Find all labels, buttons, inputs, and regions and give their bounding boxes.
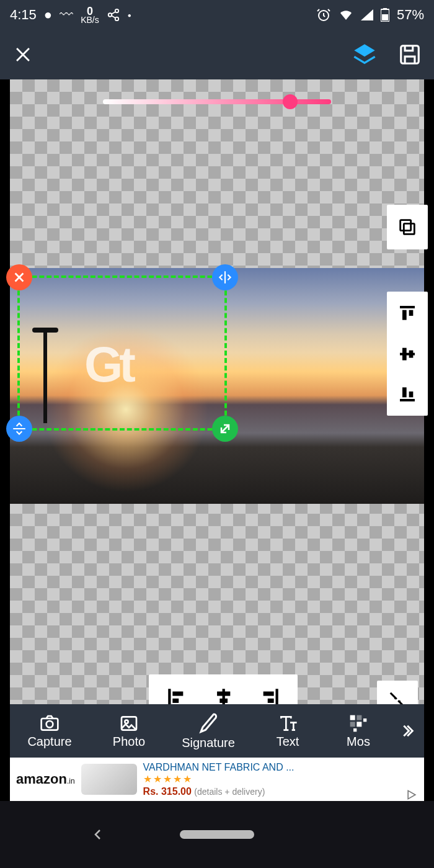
toolbar-more[interactable] <box>389 722 424 740</box>
share-icon <box>107 8 120 22</box>
ad-product-image <box>81 764 137 795</box>
resize-handle[interactable] <box>212 416 238 442</box>
slider-thumb[interactable] <box>283 94 298 109</box>
svg-rect-17 <box>402 387 407 397</box>
svg-rect-7 <box>401 46 419 64</box>
ad-rating: ★★★★★ <box>143 773 294 785</box>
svg-rect-5 <box>382 14 388 20</box>
app-header <box>0 30 434 79</box>
svg-rect-24 <box>219 699 228 703</box>
wifi-icon <box>339 9 353 21</box>
dot-icon: ● <box>128 12 131 19</box>
svg-rect-18 <box>409 391 414 397</box>
svg-point-2 <box>115 17 118 20</box>
svg-point-31 <box>125 720 128 723</box>
svg-point-0 <box>115 9 118 13</box>
align-bottom-button[interactable] <box>392 379 422 408</box>
delete-handle[interactable] <box>6 264 32 290</box>
battery-icon <box>381 8 389 22</box>
signal-icon <box>361 9 373 20</box>
ad-details: (details + delivery) <box>194 787 265 797</box>
toolbar-photo[interactable]: Photo <box>89 714 169 749</box>
mustache-icon: 〰 <box>60 7 73 23</box>
svg-rect-36 <box>363 718 366 722</box>
svg-rect-11 <box>402 310 407 320</box>
ad-brand: amazon.in <box>16 771 75 787</box>
svg-rect-21 <box>172 699 179 703</box>
toolbar-capture[interactable]: Capture <box>10 714 89 749</box>
flip-vertical-handle[interactable] <box>6 416 32 442</box>
opacity-slider[interactable] <box>103 99 331 104</box>
status-bar: 4:15 ● 〰 0 KB/s ● 57% <box>0 0 434 30</box>
svg-rect-20 <box>172 692 183 696</box>
ad-text: VARDHMAN NET FABRIC AND ... ★★★★★ Rs. 31… <box>143 761 294 797</box>
photo-layer[interactable]: Gt <box>10 268 424 504</box>
copy-panel <box>387 205 428 249</box>
svg-rect-12 <box>409 310 414 316</box>
copy-button[interactable] <box>392 212 422 242</box>
svg-rect-32 <box>350 715 355 720</box>
vertical-align-panel <box>387 292 428 416</box>
svg-rect-14 <box>402 348 407 360</box>
toolbar-text[interactable]: Text <box>248 714 327 749</box>
svg-rect-37 <box>353 728 356 732</box>
flip-horizontal-handle[interactable] <box>212 264 238 290</box>
svg-rect-8 <box>404 223 414 234</box>
svg-rect-35 <box>356 722 361 727</box>
svg-rect-9 <box>401 220 411 231</box>
svg-rect-25 <box>276 689 278 705</box>
svg-rect-10 <box>400 306 415 308</box>
alarm-icon <box>316 7 331 22</box>
svg-rect-16 <box>400 399 415 401</box>
svg-rect-34 <box>350 722 355 727</box>
notification-dot-icon: ● <box>44 7 52 23</box>
toolbar-mosaic[interactable]: Mos <box>327 714 389 749</box>
toolbar-signature[interactable]: Signature <box>169 712 248 750</box>
align-top-button[interactable] <box>392 299 422 328</box>
align-vcenter-button[interactable] <box>392 339 422 369</box>
selection-box[interactable] <box>17 275 227 431</box>
svg-rect-23 <box>217 692 230 696</box>
bottom-toolbar: Capture Photo Signature Text Mos <box>10 704 424 758</box>
status-time: 4:15 <box>10 7 37 23</box>
ad-price: Rs. 315.00 <box>143 786 192 797</box>
svg-rect-27 <box>268 699 274 703</box>
save-button[interactable] <box>398 43 422 66</box>
adchoices-icon[interactable] <box>405 789 418 801</box>
svg-point-1 <box>108 13 112 17</box>
svg-point-29 <box>46 721 53 728</box>
layers-button[interactable] <box>352 42 377 67</box>
svg-rect-19 <box>168 689 170 705</box>
battery-percent: 57% <box>397 7 424 23</box>
svg-rect-33 <box>356 715 361 720</box>
svg-rect-15 <box>409 351 414 358</box>
ad-banner[interactable]: amazon.in VARDHMAN NET FABRIC AND ... ★★… <box>10 758 424 801</box>
data-rate-indicator: 0 KB/s <box>81 6 99 24</box>
nav-back[interactable] <box>91 827 105 842</box>
nav-home[interactable] <box>180 830 254 839</box>
system-nav-bar <box>0 801 434 868</box>
ad-title: VARDHMAN NET FABRIC AND ... <box>143 761 294 773</box>
close-button[interactable] <box>12 44 33 65</box>
svg-rect-26 <box>264 692 274 696</box>
svg-rect-6 <box>383 8 387 10</box>
